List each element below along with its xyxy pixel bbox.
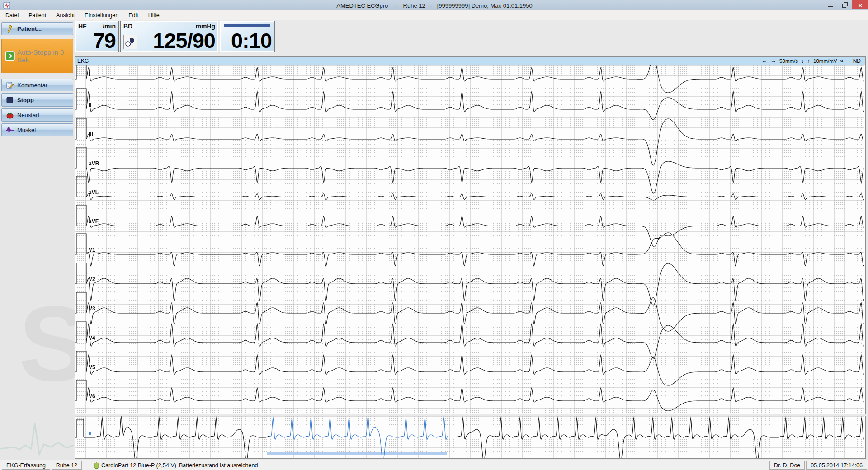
close-icon: × [859,1,863,9]
nd-button[interactable]: ND [850,58,863,64]
ekg-toolbar: EKG ← → 50mm/s ↓ ↑ 10mm/mV » ND [75,57,865,65]
status-datetime: 05.05.2014 17:14:06 [806,461,867,470]
scroll-left-icon[interactable]: ← [761,58,767,64]
hf-label: HF [78,23,87,30]
patient-button-label: Patient... [17,25,42,32]
minimize-button[interactable] [823,0,838,9]
bd-measure-button[interactable] [123,35,137,49]
stop-square-icon [5,96,15,104]
status-mode-tab[interactable]: EKG-Erfassung [2,461,50,470]
battery-status-text: Batteriezustand ist ausreichend [179,462,258,469]
menu-patient[interactable]: Patient [24,11,51,19]
timer-value: 0:10 [231,30,272,52]
gain-down-icon[interactable]: ↓ [801,58,804,64]
device-name: CardioPart 12 Blue-P (2,54 V) [101,462,176,469]
menu-datei[interactable]: Datei [0,11,24,19]
autostop-button[interactable]: Auto-Stopp in 0 Sek. [1,39,73,73]
neustart-button[interactable]: Neustart [1,108,73,122]
bd-label: BD [123,23,132,30]
restore-button[interactable] [838,0,852,9]
physician-name: Dr. D. Doe [769,461,805,470]
timer-progress-bar [224,24,270,27]
restart-icon [5,111,15,119]
menubar: Datei Patient Ansicht Einstellungen Edit… [0,10,868,20]
ekg-panel: EKG ← → 50mm/s ↓ ↑ 10mm/mV » ND [75,56,866,414]
muskel-button-label: Muskel [17,127,36,133]
patient-icon [5,25,15,33]
close-button[interactable]: × [852,0,868,9]
app-icon [3,2,10,9]
ecg-12-lead-chart [75,65,864,413]
restore-icon [842,2,848,8]
window-title: AMEDTEC ECGpro - Ruhe 12 - [999999999] D… [0,2,868,9]
stopp-button[interactable]: Stopp [1,93,73,107]
gain-value[interactable]: 10mm/mV [813,58,837,64]
hf-value: 79 [93,30,116,52]
watermark-ecg-wave [0,414,74,459]
blood-pressure-box: BD mmHg 125/90 [120,21,218,52]
sidebar: S Patient... Auto-Stopp in 0 Sek. [0,20,74,460]
comment-note-icon [5,81,15,89]
rhythm-strip-chart [75,416,864,458]
kommentar-button[interactable]: Kommentar [1,79,73,91]
autostop-button-label: Auto-Stopp in 0 Sek. [17,48,67,64]
menu-hilfe[interactable]: Hilfe [143,11,165,19]
menu-einstellungen[interactable]: Einstellungen [80,11,123,19]
titlebar: AMEDTEC ECGpro - Ruhe 12 - [999999999] D… [0,0,868,10]
stopp-button-label: Stopp [17,97,34,103]
menu-edit[interactable]: Edit [123,11,143,19]
app-window: AMEDTEC ECGpro - Ruhe 12 - [999999999] D… [0,0,868,470]
speed-value[interactable]: 50mm/s [779,58,798,64]
heart-rate-box: HF /min 79 [75,21,119,52]
statusbar: EKG-Erfassung Ruhe 12 CardioPart 12 Blue… [0,460,868,470]
autostop-arrow-icon [5,50,15,62]
scroll-right-icon[interactable]: → [770,58,776,64]
muscle-wave-icon [5,126,15,134]
bp-cuff-icon [125,36,136,48]
fast-forward-icon[interactable]: » [840,58,843,64]
rhythm-strip-panel [75,416,866,459]
neustart-button-label: Neustart [17,112,39,118]
status-protocol-tab[interactable]: Ruhe 12 [52,461,82,470]
patient-button[interactable]: Patient... [1,22,73,35]
gain-up-icon[interactable]: ↑ [807,58,811,64]
toolbar-divider [847,58,847,64]
bd-value: 125/90 [153,30,215,52]
kommentar-button-label: Kommentar [17,82,47,89]
menu-ansicht[interactable]: Ansicht [51,11,80,19]
timer-box: 0:10 [220,21,275,52]
battery-icon [94,462,99,469]
muskel-button[interactable]: Muskel [1,123,73,136]
ekg-toolbar-title: EKG [77,58,89,64]
